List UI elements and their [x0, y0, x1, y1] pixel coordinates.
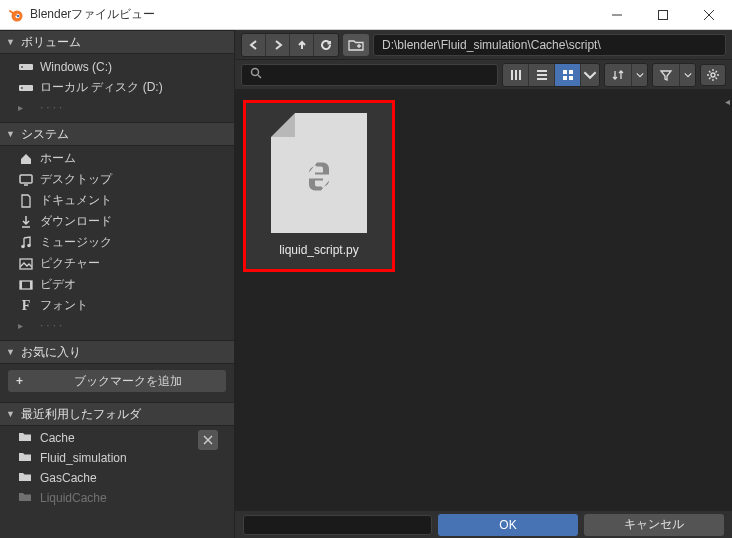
panel-header-recent[interactable]: ▼ 最近利用したフォルダ	[0, 402, 234, 426]
sidebar-item-recent[interactable]: LiquidCache	[0, 488, 234, 508]
content-area: D:\blender\Fluid_simulation\Cache\script…	[235, 30, 732, 538]
sidebar-item-label: ビデオ	[40, 276, 76, 293]
close-button[interactable]	[686, 0, 732, 30]
view-list-horizontal-button[interactable]	[529, 64, 555, 86]
sidebar-item-label: ドキュメント	[40, 192, 112, 209]
cancel-label: キャンセル	[624, 516, 684, 533]
sidebar-item-fonts[interactable]: Fフォント	[0, 295, 234, 316]
home-icon	[18, 152, 34, 166]
svg-point-34	[314, 165, 317, 168]
view-list-vertical-button[interactable]	[503, 64, 529, 86]
svg-rect-23	[511, 70, 513, 80]
sidebar-item-label: デスクトップ	[40, 171, 112, 188]
view-thumbnails-button[interactable]	[555, 64, 581, 86]
folder-icon	[18, 451, 34, 465]
ok-button[interactable]: OK	[438, 514, 578, 536]
sidebar-item-videos[interactable]: ビデオ	[0, 274, 234, 295]
path-field[interactable]: D:\blender\Fluid_simulation\Cache\script…	[373, 34, 726, 56]
sidebar-item-desktop[interactable]: デスクトップ	[0, 169, 234, 190]
sidebar-item-recent[interactable]: GasCache	[0, 468, 234, 488]
sidebar-item-recent[interactable]: Fluid_simulation	[0, 448, 234, 468]
plus-icon: +	[16, 374, 30, 388]
svg-point-8	[21, 66, 23, 68]
toolbar-nav: D:\blender\Fluid_simulation\Cache\script…	[235, 30, 732, 60]
collapse-caret-icon[interactable]: ◂	[725, 96, 730, 107]
panel-header-favorites[interactable]: ▼ お気に入り	[0, 340, 234, 364]
chevron-down-icon: ▼	[6, 129, 15, 139]
svg-rect-15	[20, 259, 32, 269]
filter-dropdown-button[interactable]	[679, 64, 695, 86]
refresh-button[interactable]	[314, 34, 338, 56]
window-title: Blenderファイルビュー	[30, 6, 155, 23]
panel-header-volumes[interactable]: ▼ ボリューム	[0, 30, 234, 54]
svg-point-2	[17, 14, 19, 16]
forward-button[interactable]	[266, 34, 290, 56]
filter-button[interactable]	[653, 64, 679, 86]
add-bookmark-button[interactable]: + ブックマークを追加	[8, 370, 226, 392]
sidebar-item-label: ピクチャー	[40, 255, 100, 272]
view-dropdown-button[interactable]	[581, 64, 599, 86]
sidebar-overflow[interactable]: ▸····	[0, 98, 234, 116]
svg-rect-30	[569, 70, 573, 74]
desktop-icon	[18, 174, 34, 186]
drive-icon	[18, 62, 34, 72]
maximize-button[interactable]	[640, 0, 686, 30]
svg-rect-4	[659, 10, 668, 19]
sidebar-item-downloads[interactable]: ダウンロード	[0, 211, 234, 232]
svg-rect-31	[563, 76, 567, 80]
new-folder-button[interactable]	[343, 34, 369, 56]
panel-title: 最近利用したフォルダ	[21, 406, 141, 423]
sidebar-item-home[interactable]: ホーム	[0, 148, 234, 169]
svg-point-35	[322, 185, 325, 188]
sidebar-item-volume[interactable]: ローカル ディスク (D:)	[0, 77, 234, 98]
sidebar-item-label: ダウンロード	[40, 213, 112, 230]
svg-rect-25	[519, 70, 521, 80]
sidebar-item-volume[interactable]: Windows (C:)	[0, 56, 234, 77]
chevron-down-icon: ▼	[6, 409, 15, 419]
recent-remove-button[interactable]	[198, 430, 218, 450]
footer: OK キャンセル	[235, 510, 732, 538]
svg-rect-32	[569, 76, 573, 80]
path-text: D:\blender\Fluid_simulation\Cache\script…	[382, 38, 601, 52]
search-icon	[250, 67, 262, 82]
svg-rect-11	[20, 175, 32, 183]
svg-rect-26	[537, 70, 547, 72]
sort-button[interactable]	[605, 64, 631, 86]
sidebar-item-label: Cache	[40, 431, 75, 445]
download-icon	[18, 215, 34, 229]
sidebar-item-label: フォント	[40, 297, 88, 314]
chevron-down-icon: ▼	[6, 347, 15, 357]
cancel-button[interactable]: キャンセル	[584, 514, 724, 536]
svg-rect-27	[537, 74, 547, 76]
search-field[interactable]	[241, 64, 498, 86]
file-item[interactable]: liquid_script.py	[243, 100, 395, 272]
sidebar-item-label: Fluid_simulation	[40, 451, 127, 465]
toolbar-view	[235, 60, 732, 90]
svg-point-14	[27, 243, 31, 247]
back-button[interactable]	[242, 34, 266, 56]
sidebar-overflow[interactable]: ▸····	[0, 316, 234, 334]
file-area[interactable]: ◂ liquid_script.py	[235, 90, 732, 510]
folder-icon	[18, 431, 34, 445]
filename-field[interactable]	[243, 515, 432, 535]
sort-dropdown-button[interactable]	[631, 64, 647, 86]
sidebar: ▼ ボリューム Windows (C:) ローカル ディスク (D:) ▸···…	[0, 30, 235, 538]
font-icon: F	[18, 298, 34, 314]
up-button[interactable]	[290, 34, 314, 56]
panel-header-system[interactable]: ▼ システム	[0, 122, 234, 146]
minimize-button[interactable]	[594, 0, 640, 30]
sidebar-item-documents[interactable]: ドキュメント	[0, 190, 234, 211]
drive-icon	[18, 83, 34, 93]
music-icon	[18, 236, 34, 250]
sidebar-item-pictures[interactable]: ピクチャー	[0, 253, 234, 274]
titlebar: Blenderファイルビュー	[0, 0, 732, 30]
document-icon	[18, 194, 34, 208]
svg-rect-17	[20, 281, 22, 289]
sidebar-item-music[interactable]: ミュージック	[0, 232, 234, 253]
svg-rect-24	[515, 70, 517, 80]
picture-icon	[18, 258, 34, 270]
svg-rect-29	[563, 70, 567, 74]
settings-button[interactable]	[700, 64, 726, 86]
chevron-down-icon: ▼	[6, 37, 15, 47]
sidebar-item-label: ローカル ディスク (D:)	[40, 79, 163, 96]
